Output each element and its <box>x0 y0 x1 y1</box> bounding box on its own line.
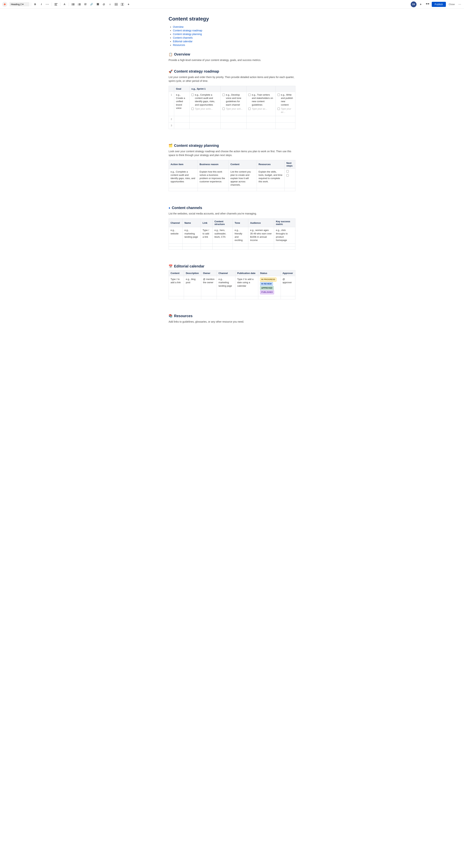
spacer-3 <box>169 198 295 202</box>
toc-item: Content strategy planning <box>173 33 295 36</box>
svg-text:3.: 3. <box>78 5 78 5</box>
publish-button[interactable]: Publish <box>432 2 446 7</box>
text-color-button[interactable]: A <box>62 2 67 7</box>
task-checkbox[interactable] <box>191 94 194 96</box>
toc-link-roadmap[interactable]: Content strategy roadmap <box>173 29 202 32</box>
status-badge-inprogress: IN PROGRESS <box>260 278 276 281</box>
bullet-list-button[interactable] <box>70 2 76 7</box>
ch-header-link: Link <box>201 219 212 227</box>
ch-metric[interactable]: e.g., click throughs to product homepage <box>274 227 295 244</box>
ch-channel[interactable]: e.g., website <box>169 227 183 244</box>
section-title-editorial: 📅 Editorial calendar <box>169 264 295 268</box>
table-button[interactable] <box>113 2 119 7</box>
app-logo[interactable] <box>2 2 7 7</box>
toolbar-right: CK + Publish Close ··· <box>411 1 462 7</box>
toc-item: Editorial calendar <box>173 40 295 43</box>
chevron-down-icon: ▾ <box>22 3 24 6</box>
row-sprint1[interactable]: e.g., Complete a content audit and ident… <box>190 92 221 116</box>
ed-approver[interactable]: @ approver <box>280 276 295 296</box>
task-checkbox[interactable] <box>277 94 280 96</box>
task-checkbox[interactable] <box>248 107 251 110</box>
ch-name[interactable]: e.g., marketing landing page <box>183 227 201 244</box>
link-button[interactable]: 🔗 <box>89 2 94 7</box>
layout-button[interactable] <box>120 2 125 7</box>
task-checkbox[interactable] <box>222 107 225 110</box>
section-editorial: 📅 Editorial calendar Content Description… <box>169 264 295 299</box>
table-header-sprint1: e.g., Sprint 1 <box>190 86 221 92</box>
bold-button[interactable]: B <box>32 2 38 7</box>
number-list-button[interactable]: 1.2.3. <box>76 2 82 7</box>
row-col3[interactable]: e.g., Develop voice and tone guidelines … <box>221 92 246 116</box>
task-checkbox[interactable] <box>222 94 225 96</box>
ed-channel[interactable]: e.g., marketing landing page <box>217 276 235 296</box>
row-goal[interactable]: e.g., Create a unified brand voice <box>174 92 190 116</box>
svg-rect-15 <box>79 5 81 5</box>
ch-link[interactable]: Type / to add a link <box>201 227 212 244</box>
overflow-menu-button[interactable]: ··· <box>458 2 462 6</box>
ch-tone[interactable]: e.g., friendly and exciting <box>233 227 248 244</box>
emoji-button[interactable]: ☺ <box>107 2 113 7</box>
task-checkbox[interactable] <box>277 107 280 110</box>
ch-audience[interactable]: e.g., women ages 35-49 who earn over $10… <box>248 227 274 244</box>
toc-item: Content strategy roadmap <box>173 29 295 32</box>
table-header-col4 <box>246 86 276 92</box>
task-list-button[interactable]: ☑ <box>82 2 88 7</box>
ed-header-pubdate: Publication date <box>235 270 258 276</box>
next-step-checkbox[interactable] <box>286 174 289 177</box>
row-col5[interactable]: e.g., Write and publish new content Type… <box>275 92 295 116</box>
ed-status[interactable]: IN PROGRESS IN REVIEW APPROVED PUBLISHED <box>258 276 280 296</box>
close-button[interactable]: Close <box>447 2 456 6</box>
roadmap-table: Goal e.g., Sprint 1 1 e.g., Create a uni… <box>169 86 295 129</box>
ed-pubdate[interactable]: Type // to add a date using a calendar <box>235 276 258 296</box>
table-row <box>169 244 295 247</box>
planning-business-reason[interactable]: Explain how this work solves a business … <box>198 168 229 188</box>
toc-link-editorial[interactable]: Editorial calendar <box>173 40 193 43</box>
overview-desc: Provide a high-level overview of your co… <box>169 58 295 62</box>
image-button[interactable]: 🖼 <box>95 2 100 7</box>
align-button[interactable] <box>53 2 59 7</box>
user-avatar[interactable]: CK <box>411 1 417 7</box>
row-goal-empty[interactable] <box>174 122 190 129</box>
ed-owner[interactable]: @ mention the owner <box>201 276 217 296</box>
task-checkbox[interactable] <box>191 107 194 110</box>
ch-header-tone: Tone <box>233 219 248 227</box>
toc-link-overview[interactable]: Overview <box>173 25 184 28</box>
toolbar: Heading 2 ▾ B I ··· A 1.2.3. ☑ 🔗 🖼 @ ☺ +… <box>0 0 464 9</box>
planning-action-item[interactable]: e.g., Complete a content audit and ident… <box>169 168 198 188</box>
svg-point-8 <box>72 5 72 5</box>
resources-icon: 📚 <box>169 314 172 318</box>
italic-button[interactable]: I <box>39 2 44 7</box>
planning-next-steps[interactable] <box>285 168 295 188</box>
svg-rect-13 <box>79 4 81 4</box>
row-goal-empty[interactable] <box>174 116 190 122</box>
page-content: Content strategy Overview Content strate… <box>165 9 299 345</box>
section-channels: ● Content channels List the websites, so… <box>169 206 295 250</box>
toc-link-channels[interactable]: Content channels <box>173 36 193 39</box>
svg-point-6 <box>72 4 72 4</box>
task-label: e.g., Complete a content audit and ident… <box>195 93 219 106</box>
task-checkbox[interactable] <box>248 94 251 96</box>
toc-link-resources[interactable]: Resources <box>173 43 185 46</box>
section-title-resources: 📚 Resources <box>169 314 295 318</box>
ch-structure[interactable]: e.g., hero, subheader, blurb, CTA <box>212 227 233 244</box>
mention-button[interactable]: @ <box>101 2 107 7</box>
svg-rect-11 <box>79 3 81 4</box>
svg-rect-5 <box>72 3 74 4</box>
row-col4[interactable]: e.g., Train writers and stakeholders on … <box>246 92 276 116</box>
table-row <box>169 296 295 299</box>
page-title: Content strategy <box>169 16 295 22</box>
planning-content[interactable]: List the content you plan to create and … <box>229 168 257 188</box>
ed-content[interactable]: Type / to add a link <box>169 276 184 296</box>
next-step-checkbox[interactable] <box>286 170 289 173</box>
collab-settings-button[interactable] <box>425 2 430 7</box>
spacer-5 <box>169 257 295 260</box>
add-collaborator-button[interactable]: + <box>418 2 423 7</box>
ed-header-status: Status <box>258 270 280 276</box>
heading-select[interactable]: Heading 2 ▾ <box>9 2 29 6</box>
planning-resources[interactable]: Explain the skills, tools, budget, and t… <box>257 168 285 188</box>
svg-rect-7 <box>72 4 74 4</box>
more-insert-button[interactable]: + <box>126 2 131 7</box>
toc-link-planning[interactable]: Content strategy planning <box>173 33 202 36</box>
ed-description[interactable]: e.g., blog post <box>184 276 201 296</box>
more-format-button[interactable]: ··· <box>45 2 50 7</box>
